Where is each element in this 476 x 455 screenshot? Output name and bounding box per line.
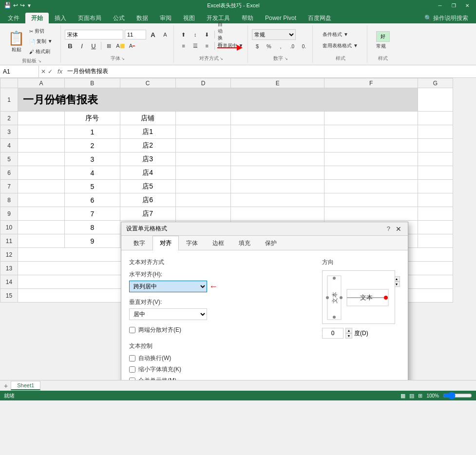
cell-d2[interactable] xyxy=(175,112,231,125)
tab-insert[interactable]: 插入 xyxy=(49,13,72,23)
cell-f6[interactable] xyxy=(324,166,418,180)
underline-button[interactable]: U xyxy=(88,41,99,51)
dialog-tab-alignment[interactable]: 对齐 xyxy=(152,236,179,250)
cell-d3[interactable] xyxy=(175,125,231,139)
cell-c9[interactable]: 店7 xyxy=(120,207,175,221)
cell-b4[interactable]: 2 xyxy=(64,139,120,152)
italic-button[interactable]: I xyxy=(76,41,87,51)
comma-button[interactable]: , xyxy=(275,41,286,51)
degree-up-button[interactable]: ▲ xyxy=(345,328,352,333)
undo-icon[interactable]: ↩ xyxy=(13,2,18,9)
col-header-f[interactable]: F xyxy=(324,78,418,88)
cell-e5[interactable] xyxy=(231,152,324,166)
validate-icon[interactable]: ✕ xyxy=(41,68,46,75)
tab-formula[interactable]: 公式 xyxy=(107,13,131,23)
tab-data[interactable]: 数据 xyxy=(131,13,154,23)
cell-c3[interactable]: 店1 xyxy=(120,125,175,139)
cell-e8[interactable] xyxy=(231,193,324,207)
cell-a8[interactable] xyxy=(18,193,64,207)
font-size-input[interactable] xyxy=(125,30,146,39)
cell-a2[interactable] xyxy=(18,112,64,125)
view-normal-icon[interactable]: ▦ xyxy=(400,393,405,399)
decrease-font-button[interactable]: A xyxy=(160,30,171,39)
dialog-tab-fill[interactable]: 填充 xyxy=(231,236,258,250)
save-icon[interactable]: 💾 xyxy=(4,2,11,9)
dialog-tab-font[interactable]: 字体 xyxy=(179,236,205,250)
tab-help[interactable]: 帮助 xyxy=(236,13,259,23)
col-header-g[interactable]: G xyxy=(418,78,453,88)
cell-g6[interactable] xyxy=(418,166,453,180)
cell-e9[interactable] xyxy=(231,207,324,221)
cell-d6[interactable] xyxy=(175,166,231,180)
degree-down-button[interactable]: ▼ xyxy=(345,333,352,339)
format-painter-button[interactable]: 🖌格式刷 xyxy=(28,47,57,57)
cell-c4[interactable]: 店2 xyxy=(120,139,175,152)
percent-button[interactable]: % xyxy=(264,41,274,51)
cell-d8[interactable] xyxy=(175,193,231,207)
cell-f2[interactable] xyxy=(324,112,418,125)
tab-review[interactable]: 审阅 xyxy=(154,13,177,23)
dialog-close-button[interactable]: ✕ xyxy=(394,225,403,233)
cut-button[interactable]: ✂剪切 xyxy=(28,26,57,36)
cell-b5[interactable]: 3 xyxy=(64,152,120,166)
dialog-tab-protection[interactable]: 保护 xyxy=(258,236,284,250)
font-color-button[interactable]: A━ xyxy=(127,41,137,51)
col-header-b[interactable]: B xyxy=(64,78,120,88)
cell-a3[interactable] xyxy=(18,125,64,139)
degree-input[interactable] xyxy=(322,328,343,339)
cell-f9[interactable] xyxy=(324,207,418,221)
sheet-tab-1[interactable]: Sheet1 xyxy=(11,381,40,390)
shrink-to-fit-checkbox[interactable] xyxy=(129,366,135,373)
cell-b7[interactable]: 5 xyxy=(64,180,120,193)
minimize-button[interactable]: ─ xyxy=(435,2,445,9)
zoom-slider[interactable] xyxy=(443,392,472,399)
justify-distributed-checkbox[interactable] xyxy=(129,327,135,333)
vertical-align-select[interactable]: 居中 靠上 靠下 两端对齐 分散对齐 xyxy=(129,308,207,320)
col-header-c[interactable]: C xyxy=(120,78,175,88)
align-left-button[interactable]: ≡ xyxy=(178,41,189,51)
tab-view[interactable]: 视图 xyxy=(177,13,201,23)
cell-d7[interactable] xyxy=(175,180,231,193)
increase-font-button[interactable]: A xyxy=(148,30,158,39)
wrap-text-button[interactable]: 自动换行 xyxy=(217,30,228,39)
copy-button[interactable]: 📄复制 ▼ xyxy=(28,37,57,46)
align-top-button[interactable]: ⬆ xyxy=(178,30,189,39)
formula-input[interactable]: 一月份销售报表 xyxy=(65,67,476,76)
col-header-d[interactable]: D xyxy=(175,78,231,88)
confirm-icon[interactable]: ✓ xyxy=(48,68,53,75)
cell-e7[interactable] xyxy=(231,180,324,193)
cell-f8[interactable] xyxy=(324,193,418,207)
close-button[interactable]: ✕ xyxy=(462,2,472,9)
cell-f3[interactable] xyxy=(324,125,418,139)
view-page-icon[interactable]: ⊞ xyxy=(418,393,422,399)
cell-f4[interactable] xyxy=(324,139,418,152)
cell-g2[interactable] xyxy=(418,112,453,125)
view-layout-icon[interactable]: ▤ xyxy=(409,393,414,399)
decrease-decimal-button[interactable]: 0. xyxy=(299,41,309,51)
cell-b2[interactable]: 序号 xyxy=(64,112,120,125)
dialog-tab-number[interactable]: 数字 xyxy=(126,236,152,250)
align-middle-button[interactable]: ↕ xyxy=(190,30,201,39)
cell-g3[interactable] xyxy=(418,125,453,139)
cell-c7[interactable]: 店5 xyxy=(120,180,175,193)
align-center-button[interactable]: ☰ xyxy=(190,41,201,51)
cell-c6[interactable]: 店4 xyxy=(120,166,175,180)
tab-file[interactable]: 文件 xyxy=(2,13,25,23)
cell-a5[interactable] xyxy=(18,152,64,166)
align-bottom-button[interactable]: ⬇ xyxy=(202,30,212,39)
cell-d4[interactable] xyxy=(175,139,231,152)
tab-home[interactable]: 开始 xyxy=(25,13,49,23)
customize-icon[interactable]: ▼ xyxy=(27,3,32,8)
cell-a4[interactable] xyxy=(18,139,64,152)
cell-e3[interactable] xyxy=(231,125,324,139)
cell-c5[interactable]: 店3 xyxy=(120,152,175,166)
cell-b6[interactable]: 4 xyxy=(64,166,120,180)
cell-a7[interactable] xyxy=(18,180,64,193)
cell-a6[interactable] xyxy=(18,166,64,180)
cell-b11[interactable]: 9 xyxy=(64,234,120,248)
cell-e4[interactable] xyxy=(231,139,324,152)
cell-b3[interactable]: 1 xyxy=(64,125,120,139)
normal-style[interactable]: 常规 xyxy=(376,43,386,50)
cell-a10[interactable] xyxy=(18,221,64,234)
cell-e6[interactable] xyxy=(231,166,324,180)
